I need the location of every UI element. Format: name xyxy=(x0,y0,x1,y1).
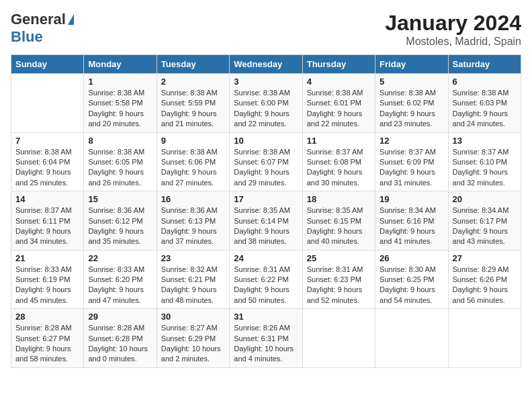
info-line: Daylight: 9 hours xyxy=(453,109,508,118)
day-info: Sunrise: 8:36 AMSunset: 6:13 PMDaylight:… xyxy=(161,205,225,247)
table-cell: 4Sunrise: 8:38 AMSunset: 6:01 PMDaylight… xyxy=(302,74,375,133)
info-line: and 34 minutes. xyxy=(15,237,68,245)
info-line: Daylight: 9 hours xyxy=(380,285,435,293)
calendar-subtitle: Mostoles, Madrid, Spain xyxy=(385,36,521,48)
day-number: 21 xyxy=(15,253,79,263)
info-line: Sunset: 6:12 PM xyxy=(88,217,142,225)
table-cell: 1Sunrise: 8:38 AMSunset: 5:58 PMDaylight… xyxy=(84,74,157,133)
info-line: and 22 minutes. xyxy=(307,120,359,128)
info-line: Sunrise: 8:29 AM xyxy=(453,265,509,273)
info-line: Sunrise: 8:38 AM xyxy=(88,89,144,97)
header-monday: Monday xyxy=(84,55,157,74)
info-line: Sunrise: 8:37 AM xyxy=(453,148,509,156)
info-line: Sunrise: 8:36 AM xyxy=(161,206,218,214)
info-line: Daylight: 9 hours xyxy=(15,285,71,293)
table-cell xyxy=(302,309,375,368)
info-line: Daylight: 9 hours xyxy=(234,285,290,293)
info-line: Sunset: 6:28 PM xyxy=(88,334,142,342)
day-number: 14 xyxy=(15,194,79,204)
header-friday: Friday xyxy=(375,55,448,74)
info-line: Sunrise: 8:38 AM xyxy=(161,89,218,97)
table-cell xyxy=(11,74,84,133)
info-line: Daylight: 9 hours xyxy=(307,109,363,118)
day-number: 20 xyxy=(453,194,517,204)
day-number: 15 xyxy=(88,194,152,204)
info-line: Sunrise: 8:34 AM xyxy=(380,206,436,214)
table-cell: 10Sunrise: 8:38 AMSunset: 6:07 PMDayligh… xyxy=(230,132,302,191)
day-info: Sunrise: 8:38 AMSunset: 5:59 PMDaylight:… xyxy=(161,88,225,130)
day-number: 5 xyxy=(380,77,443,87)
info-line: Sunset: 6:03 PM xyxy=(453,99,507,107)
day-info: Sunrise: 8:38 AMSunset: 5:58 PMDaylight:… xyxy=(88,88,152,130)
info-line: Sunrise: 8:38 AM xyxy=(88,148,144,156)
day-info: Sunrise: 8:38 AMSunset: 6:00 PMDaylight:… xyxy=(234,88,298,130)
day-info: Sunrise: 8:38 AMSunset: 6:05 PMDaylight:… xyxy=(88,147,152,189)
info-line: Sunrise: 8:35 AM xyxy=(234,206,290,214)
info-line: Sunrise: 8:36 AM xyxy=(88,206,144,214)
day-info: Sunrise: 8:37 AMSunset: 6:10 PMDaylight:… xyxy=(453,147,517,189)
table-cell: 12Sunrise: 8:37 AMSunset: 6:09 PMDayligh… xyxy=(375,132,448,191)
page-header: General Blue January 2024 Mostoles, Madr… xyxy=(11,11,521,48)
info-line: and 54 minutes. xyxy=(380,296,432,304)
day-info: Sunrise: 8:38 AMSunset: 6:04 PMDaylight:… xyxy=(15,147,79,189)
info-line: Sunset: 6:25 PM xyxy=(380,275,434,283)
info-line: and 24 minutes. xyxy=(453,120,505,128)
info-line: Daylight: 9 hours xyxy=(15,227,71,235)
info-line: Daylight: 9 hours xyxy=(15,168,71,176)
info-line: Sunrise: 8:38 AM xyxy=(307,89,363,97)
day-number: 30 xyxy=(161,312,225,322)
info-line: Sunrise: 8:30 AM xyxy=(380,265,436,273)
day-number: 16 xyxy=(161,194,225,204)
info-line: Daylight: 9 hours xyxy=(380,109,435,118)
info-line: Sunset: 6:27 PM xyxy=(15,334,70,342)
info-line: Sunrise: 8:37 AM xyxy=(380,148,436,156)
day-number: 22 xyxy=(88,253,152,263)
day-number: 29 xyxy=(88,312,152,322)
info-line: Daylight: 9 hours xyxy=(380,227,435,235)
info-line: and 40 minutes. xyxy=(307,237,359,245)
info-line: Sunset: 6:13 PM xyxy=(161,217,216,225)
info-line: and 35 minutes. xyxy=(88,237,140,245)
info-line: Sunrise: 8:32 AM xyxy=(161,265,218,273)
table-cell: 21Sunrise: 8:33 AMSunset: 6:19 PMDayligh… xyxy=(11,250,84,309)
info-line: Sunrise: 8:35 AM xyxy=(307,206,363,214)
week-row-2: 7Sunrise: 8:38 AMSunset: 6:04 PMDaylight… xyxy=(11,132,521,191)
info-line: Sunset: 6:02 PM xyxy=(380,99,434,107)
week-row-5: 28Sunrise: 8:28 AMSunset: 6:27 PMDayligh… xyxy=(11,309,521,368)
day-number: 13 xyxy=(453,136,517,146)
day-info: Sunrise: 8:33 AMSunset: 6:19 PMDaylight:… xyxy=(15,265,79,306)
day-number: 10 xyxy=(234,136,298,146)
day-info: Sunrise: 8:34 AMSunset: 6:17 PMDaylight:… xyxy=(453,205,517,247)
logo-general-text: General xyxy=(11,11,66,28)
day-number: 26 xyxy=(380,253,443,263)
info-line: Sunset: 6:08 PM xyxy=(307,158,361,166)
header-thursday: Thursday xyxy=(302,55,375,74)
info-line: Daylight: 9 hours xyxy=(453,227,508,235)
day-info: Sunrise: 8:33 AMSunset: 6:20 PMDaylight:… xyxy=(88,265,152,306)
calendar-header: SundayMondayTuesdayWednesdayThursdayFrid… xyxy=(11,55,521,74)
table-cell: 3Sunrise: 8:38 AMSunset: 6:00 PMDaylight… xyxy=(230,74,302,133)
info-line: Sunset: 6:01 PM xyxy=(307,99,361,107)
info-line: and 50 minutes. xyxy=(234,296,286,304)
info-line: Sunset: 6:06 PM xyxy=(161,158,216,166)
info-line: Sunrise: 8:31 AM xyxy=(234,265,290,273)
info-line: Sunset: 6:26 PM xyxy=(453,275,507,283)
info-line: Sunrise: 8:38 AM xyxy=(15,148,72,156)
info-line: Sunrise: 8:38 AM xyxy=(380,89,436,97)
info-line: Sunset: 5:59 PM xyxy=(161,99,216,107)
day-number: 4 xyxy=(307,77,371,87)
table-cell: 11Sunrise: 8:37 AMSunset: 6:08 PMDayligh… xyxy=(302,132,375,191)
table-cell xyxy=(448,309,521,368)
info-line: Daylight: 9 hours xyxy=(453,285,508,293)
day-info: Sunrise: 8:37 AMSunset: 6:08 PMDaylight:… xyxy=(307,147,371,189)
info-line: and 29 minutes. xyxy=(234,179,286,187)
info-line: Daylight: 9 hours xyxy=(161,109,217,118)
info-line: Sunrise: 8:34 AM xyxy=(453,206,509,214)
table-cell: 17Sunrise: 8:35 AMSunset: 6:14 PMDayligh… xyxy=(230,191,302,250)
table-cell: 19Sunrise: 8:34 AMSunset: 6:16 PMDayligh… xyxy=(375,191,448,250)
info-line: and 27 minutes. xyxy=(161,179,214,187)
day-info: Sunrise: 8:38 AMSunset: 6:02 PMDaylight:… xyxy=(380,88,443,130)
info-line: and 23 minutes. xyxy=(380,120,432,128)
day-number: 11 xyxy=(307,136,371,146)
day-info: Sunrise: 8:27 AMSunset: 6:29 PMDaylight:… xyxy=(161,323,225,365)
